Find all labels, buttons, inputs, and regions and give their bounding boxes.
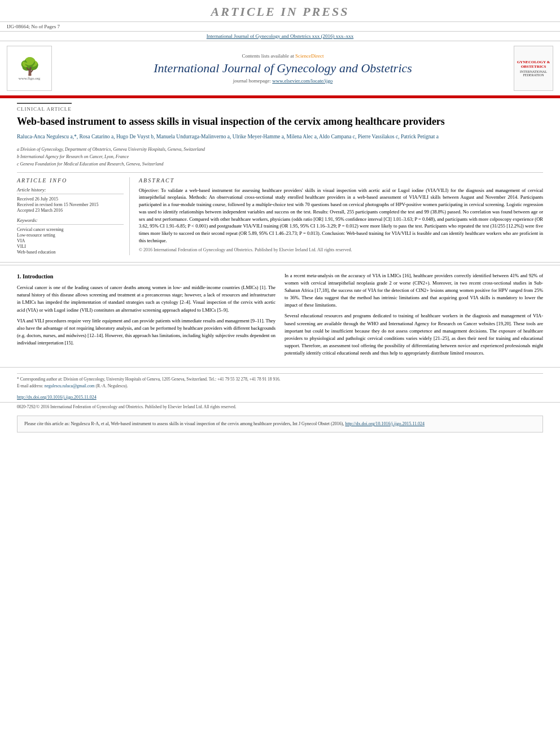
journal-title: International Journal of Gynecology and … <box>56 61 509 76</box>
abstract-text: Objective: To validate a web-based instr… <box>139 187 543 254</box>
homepage-label: journal homepage: <box>233 78 271 84</box>
journal-center: Contents lists available at ScienceDirec… <box>56 53 509 84</box>
abstract-copyright: © 2016 International Federation of Gynec… <box>139 247 543 254</box>
keyword-2: Low-resource setting <box>17 233 124 238</box>
citation-link[interactable]: http://dx.doi.org/10.1016/j.ijgo.2015.11… <box>345 421 425 426</box>
footnote-area: * Corresponding author at: Division of G… <box>0 367 560 392</box>
affiliation-a: a Division of Gynecology, Department of … <box>17 146 543 153</box>
journal-link-line: International Journal of Gynecology and … <box>0 32 560 41</box>
section-divider <box>0 262 560 263</box>
gynecology-obstetrics-logo: GYNECOLOGY & OBSTETRICS INTERNATIONAL FE… <box>514 46 553 91</box>
affiliation-c: c Geneva Foundation for Medical Educatio… <box>17 161 543 168</box>
top-meta-text: IJG-08664; No of Pages 7 <box>7 24 60 29</box>
contents-line: Contents lists available at ScienceDirec… <box>56 53 509 59</box>
logo-right-top: GYNECOLOGY & OBSTETRICS <box>514 60 553 69</box>
keyword-3: VIA <box>17 238 124 243</box>
banner-text: ARTICLE IN PRESS <box>211 5 349 19</box>
figo-logo: 🌳 www.figo.org <box>7 46 52 91</box>
keywords-section: Keywords: Cervical cancer screening Low-… <box>17 217 124 255</box>
accepted-date: Accepted 23 March 2016 <box>17 208 124 213</box>
homepage-url[interactable]: www.elsevier.com/locate/ijgo <box>272 78 333 84</box>
abstract-heading: ABSTRACT <box>139 177 543 184</box>
email-suffix: (R.-A. Negulescu). <box>96 383 128 388</box>
affiliation-b: b International Agency for Research on C… <box>17 154 543 160</box>
article-info-abstract: ARTICLE INFO Article history: Received 2… <box>17 172 543 255</box>
clinical-article-label: CLINICAL ARTICLE <box>17 103 72 112</box>
keywords-label: Keywords: <box>17 217 124 225</box>
intro-heading: 1. Introduction <box>17 272 275 281</box>
sciencedirect-link[interactable]: ScienceDirect <box>295 53 323 59</box>
history-label: Article history: <box>17 187 124 194</box>
logo-right-sub: INTERNATIONAL FEDERATION <box>514 70 553 77</box>
citation-text: Please cite this article as: Negulescu R… <box>24 421 344 426</box>
article-in-press-banner: ARTICLE IN PRESS <box>0 0 560 22</box>
copyright-bottom: 0020-7292/© 2016 International Federatio… <box>0 402 560 411</box>
journal-link[interactable]: International Journal of Gynecology and … <box>207 33 353 39</box>
top-meta: IJG-08664; No of Pages 7 <box>0 22 560 32</box>
abstract-content: Objective: To validate a web-based instr… <box>139 187 543 243</box>
authors: Raluca-Anca Negulescu a,*, Rosa Catarino… <box>17 133 543 141</box>
author-names: Raluca-Anca Negulescu a,*, Rosa Catarino… <box>17 134 439 139</box>
body-col-right: In a recent meta-analysis on the accurac… <box>285 272 543 361</box>
received-date: Received 26 July 2015 <box>17 196 124 202</box>
email-address[interactable]: negulescu.raluca@gmail.com <box>45 383 95 388</box>
article-section: CLINICAL ARTICLE Web-based instrument to… <box>0 97 560 260</box>
journal-homepage: journal homepage: www.elsevier.com/locat… <box>56 78 509 84</box>
doi-line: http://dx.doi.org/10.1016/j.ijgo.2015.11… <box>0 392 560 402</box>
journal-header: 🌳 www.figo.org Contents lists available … <box>0 41 560 97</box>
keyword-4: VILI <box>17 244 124 249</box>
revised-date: Received in revised form 15 November 201… <box>17 202 124 207</box>
keyword-1: Cervical cancer screening <box>17 227 124 232</box>
body-section: 1. Introduction Cervical cancer is one o… <box>0 265 560 368</box>
intro-para-1: Cervical cancer is one of the leading ca… <box>17 284 275 314</box>
article-title: Web-based instrument to assess skills in… <box>17 115 543 128</box>
citation-box: Please cite this article as: Negulescu R… <box>17 416 543 433</box>
contents-label: Contents lists available at <box>242 53 294 59</box>
intro-para-4: Several educational resources and progra… <box>285 312 543 357</box>
body-col-left: 1. Introduction Cervical cancer is one o… <box>17 272 275 361</box>
figo-url: www.figo.org <box>19 76 41 81</box>
abstract-col: ABSTRACT Objective: To validate a web-ba… <box>139 177 543 255</box>
tree-icon: 🌳 <box>19 56 40 76</box>
doi-link[interactable]: http://dx.doi.org/10.1016/j.ijgo.2015.11… <box>17 395 97 400</box>
intro-para-3: In a recent meta-analysis on the accurac… <box>285 272 543 309</box>
article-info-heading: ARTICLE INFO <box>17 177 124 184</box>
affiliations: a Division of Gynecology, Department of … <box>17 146 543 168</box>
copyright-bottom-text: 0020-7292/© 2016 International Federatio… <box>17 404 237 409</box>
footnote-divider <box>17 373 543 374</box>
email-label: E-mail address: <box>17 383 43 388</box>
star-note: * Corresponding author at: Division of G… <box>17 376 543 382</box>
email-line: E-mail address: negulescu.raluca@gmail.c… <box>17 383 543 389</box>
article-info-col: ARTICLE INFO Article history: Received 2… <box>17 177 130 255</box>
intro-para-2: VIA and VILI procedures require very lit… <box>17 317 275 347</box>
keyword-5: Web-based education <box>17 250 124 255</box>
